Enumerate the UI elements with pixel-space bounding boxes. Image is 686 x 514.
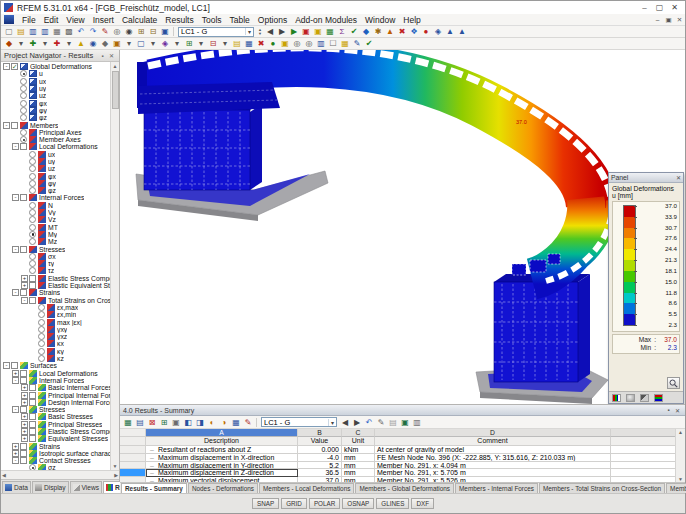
cell-unit[interactable]: kNm: [342, 446, 375, 454]
tree-control-icon[interactable]: [29, 297, 36, 304]
tree-control-icon[interactable]: [38, 333, 45, 340]
column-header[interactable]: Value: [298, 437, 342, 446]
tree-item[interactable]: Members: [1, 121, 110, 128]
tree-item[interactable]: Stresses: [1, 406, 110, 413]
tree-item[interactable]: Mz: [1, 238, 110, 245]
table-toolbar-icon[interactable]: ▶: [351, 417, 363, 428]
tree-control-icon[interactable]: [38, 304, 45, 311]
tree-control-icon[interactable]: [20, 143, 27, 150]
cell-comment[interactable]: At center of gravity of model: [375, 446, 611, 454]
toolbar-icon[interactable]: ✚: [27, 38, 39, 49]
panel-close-icon[interactable]: ✕: [676, 174, 681, 181]
table-toolbar-icon[interactable]: ▥: [411, 417, 423, 428]
toolbar-icon[interactable]: ●: [267, 38, 279, 49]
tree-control-icon[interactable]: [38, 355, 45, 362]
toolbar-icon[interactable]: ◎: [303, 38, 315, 49]
table-toolbar-icon[interactable]: ↶: [363, 417, 375, 428]
tree-item[interactable]: Vz: [1, 216, 110, 223]
menu-item[interactable]: Tools: [198, 15, 226, 25]
tree-item[interactable]: Contact Stresses: [1, 457, 110, 464]
toolbar-icon[interactable]: ⊞: [183, 38, 195, 49]
tree-control-icon[interactable]: [38, 326, 45, 333]
toolbar-icon[interactable]: ✔: [363, 38, 375, 49]
table-tab[interactable]: Members - Local Deformations: [259, 483, 354, 493]
table-toolbar-icon[interactable]: ▤: [134, 417, 146, 428]
tree-item[interactable]: Elastic Stress Components: [1, 428, 110, 435]
row-gutter[interactable]: [120, 454, 146, 462]
tree-control-icon[interactable]: [20, 377, 27, 384]
toolbar-icon[interactable]: ▣: [300, 26, 312, 37]
tree-item[interactable]: τz: [1, 267, 110, 274]
cell-comment[interactable]: FE Mesh Node No. 396 (X: -222.885, Y: 31…: [375, 454, 611, 462]
expand-collapse-icon[interactable]: [12, 246, 19, 253]
table-row[interactable]: Maximum displacement in Y-direction 5.2 …: [120, 462, 675, 470]
cell-description[interactable]: Maximum displacement in X-direction: [146, 454, 298, 462]
column-letter[interactable]: B: [298, 429, 342, 437]
tree-item[interactable]: Isotropic surface characteristics: [1, 450, 110, 457]
expand-collapse-icon[interactable]: [12, 289, 19, 296]
status-toggle-button[interactable]: GRID: [281, 498, 307, 509]
table-tab[interactable]: Members - Internal Forces: [455, 483, 538, 493]
tree-item[interactable]: εx,max: [1, 304, 110, 311]
tree-control-icon[interactable]: [29, 392, 36, 399]
tree-item[interactable]: ux: [1, 151, 110, 158]
table-pin-icon[interactable]: ▪: [664, 407, 673, 413]
table-toolbar-icon[interactable]: ▦: [122, 417, 134, 428]
table-toolbar-icon[interactable]: ▣: [399, 417, 411, 428]
deformation-scale-tab-icon[interactable]: [654, 394, 663, 402]
toolbar-icon[interactable]: ▾: [171, 38, 183, 49]
expand-collapse-icon[interactable]: [21, 421, 28, 428]
cell-description[interactable]: Maximum displacement in Z-direction: [146, 469, 298, 477]
tree-control-icon[interactable]: [29, 260, 36, 267]
tree-item[interactable]: εx,min: [1, 311, 110, 318]
toolbar-icon[interactable]: ⊞: [135, 26, 147, 37]
toolbar-icon[interactable]: ▩: [63, 26, 75, 37]
tree-item[interactable]: φx: [1, 172, 110, 179]
table-tab[interactable]: Members - Coefficients for Buckling: [666, 483, 686, 493]
tree-control-icon[interactable]: [29, 202, 36, 209]
toolbar-icon[interactable]: ▶: [276, 26, 288, 37]
tree-control-icon[interactable]: [20, 107, 27, 114]
tree-item[interactable]: φy: [1, 107, 110, 114]
expand-collapse-icon[interactable]: [12, 143, 19, 150]
toolbar-icon[interactable]: ▾: [219, 38, 231, 49]
tree-control-icon[interactable]: [29, 209, 36, 216]
menu-item[interactable]: Edit: [40, 15, 63, 25]
table-toolbar-icon[interactable]: ◧: [182, 417, 194, 428]
row-gutter[interactable]: [120, 446, 146, 454]
tree-control-icon[interactable]: [29, 151, 36, 158]
tree-control-icon[interactable]: [20, 246, 27, 253]
status-toggle-button[interactable]: GLINES: [376, 498, 409, 509]
expand-collapse-icon[interactable]: [12, 377, 19, 384]
expand-collapse-icon[interactable]: [21, 297, 28, 304]
table-toolbar-icon[interactable]: ✎: [242, 417, 254, 428]
tree-control-icon[interactable]: [20, 92, 27, 99]
table-toolbar-icon[interactable]: ◐: [206, 417, 218, 428]
tree-control-icon[interactable]: [20, 450, 27, 457]
table-row[interactable]: Maximum displacement in Z-direction 36.5…: [120, 469, 675, 477]
expand-collapse-icon[interactable]: [21, 282, 28, 289]
menu-item[interactable]: Results: [161, 15, 197, 25]
tree-item[interactable]: uy: [1, 85, 110, 92]
tree-control-icon[interactable]: [20, 194, 27, 201]
toolbar-icon[interactable]: ◎: [291, 38, 303, 49]
navigator-tab[interactable]: Display: [32, 481, 69, 493]
tree-control-icon[interactable]: [20, 70, 27, 77]
expand-collapse-icon[interactable]: [12, 457, 19, 464]
tree-control-icon[interactable]: [20, 114, 27, 121]
load-case-spinner[interactable]: ▲▼: [258, 28, 262, 36]
table-toolbar-icon[interactable]: ⊞: [158, 417, 170, 428]
tree-item[interactable]: Basic Stresses: [1, 413, 110, 420]
cell-comment[interactable]: Member No. 291, x: 4.094 m: [375, 462, 611, 470]
tree-control-icon[interactable]: [29, 187, 36, 194]
tree-item[interactable]: Vy: [1, 209, 110, 216]
toolbar-icon[interactable]: ▶: [288, 26, 300, 37]
tree-item[interactable]: max |εx|: [1, 318, 110, 325]
mdi-close-button[interactable]: ✕: [674, 16, 685, 24]
tree-control-icon[interactable]: [20, 78, 27, 85]
tree-item[interactable]: Strains: [1, 442, 110, 449]
toolbar-icon[interactable]: ▦: [51, 26, 63, 37]
cell-value[interactable]: 36.5: [298, 469, 342, 477]
menu-item[interactable]: Window: [361, 15, 399, 25]
menu-item[interactable]: View: [62, 15, 88, 25]
